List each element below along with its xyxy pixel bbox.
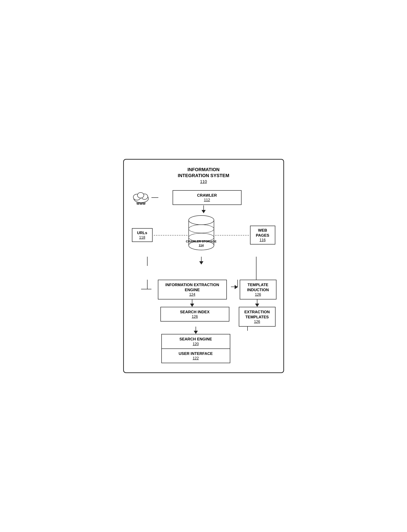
iee-section: INFORMATION EXTRACTION ENGINE 124 <box>154 280 231 299</box>
crawler-id: 112 <box>177 198 237 202</box>
crawler-box: CRAWLER 112 <box>172 190 242 205</box>
system-title: INFORMATION INTEGRATION SYSTEM <box>131 167 276 178</box>
outer-border: INFORMATION INTEGRATION SYSTEM 110 WWW <box>123 159 284 373</box>
svg-point-3 <box>137 193 144 198</box>
webpages-section: WEB PAGES 116 <box>249 226 276 244</box>
extraction-row: INFORMATION EXTRACTION ENGINE 124 TEMPLA… <box>131 280 276 299</box>
center-cylinder-section: CRAWLER STORAGE 114 <box>154 213 249 257</box>
crawler-storage-label: CRAWLER STORAGE 114 <box>186 240 217 248</box>
search-engine-box: SEARCH ENGINE 120 <box>161 334 230 349</box>
search-index-row: SEARCH INDEX 126 EXTRACTION TEMPLATES 12… <box>131 307 276 327</box>
search-index-area: SEARCH INDEX 126 <box>131 307 236 322</box>
urls-vline2 <box>131 280 154 289</box>
urls-vline <box>131 257 154 280</box>
user-interface-box: USER INTERFACE 122 <box>161 349 230 363</box>
right-connector-area: TEMPLATE INDUCTION 126 <box>231 280 276 299</box>
template-induction-box: TEMPLATE INDUCTION 126 <box>240 280 276 299</box>
www-label: WWW <box>136 202 146 205</box>
arrows-from-iee <box>131 299 276 307</box>
template-arrow-down <box>230 299 276 307</box>
feedback-right <box>238 327 276 331</box>
page: INFORMATION INTEGRATION SYSTEM 110 WWW <box>123 159 284 373</box>
iee-left-area: INFORMATION EXTRACTION ENGINE 124 <box>131 280 231 299</box>
storage-row: URLs 118 <box>131 213 276 257</box>
iee-arrow-down <box>154 299 230 307</box>
urls-box: URLs 118 <box>132 228 153 242</box>
www-to-crawler-line <box>151 197 158 198</box>
system-id: 110 <box>131 179 276 184</box>
www-cloud: WWW <box>131 190 151 205</box>
webpages-box: WEB PAGES 116 <box>250 226 275 244</box>
urls-section: URLs 118 <box>131 228 154 242</box>
right-h-line <box>231 280 238 289</box>
crawler-storage-cylinder: CRAWLER STORAGE 114 <box>185 213 217 257</box>
webpages-vline <box>249 257 276 280</box>
search-index-box: SEARCH INDEX 126 <box>160 307 229 322</box>
extraction-templates-box: EXTRACTION TEMPLATES 126 <box>239 307 275 327</box>
extraction-templates-area: EXTRACTION TEMPLATES 126 <box>238 307 276 327</box>
feedback-arrow-row <box>131 327 276 334</box>
iee-box: INFORMATION EXTRACTION ENGINE 124 <box>158 280 227 299</box>
search-index-section: SEARCH INDEX 126 <box>154 307 236 322</box>
arrow-row-1 <box>131 205 276 213</box>
connector-row <box>131 257 276 280</box>
crawler-label: CRAWLER <box>177 193 237 198</box>
crawler-section: CRAWLER 112 <box>158 190 256 205</box>
bottom-row: SEARCH ENGINE 120 USER INTERFACE 122 <box>131 334 276 363</box>
template-induction-section: TEMPLATE INDUCTION 126 <box>240 280 276 299</box>
arrow-down-1 <box>202 205 206 213</box>
svg-point-5 <box>189 216 214 225</box>
search-index-arrow-down <box>154 327 238 334</box>
center-arrow-down-2 <box>154 257 249 280</box>
bottom-stacked: SEARCH ENGINE 120 USER INTERFACE 122 <box>154 334 238 363</box>
